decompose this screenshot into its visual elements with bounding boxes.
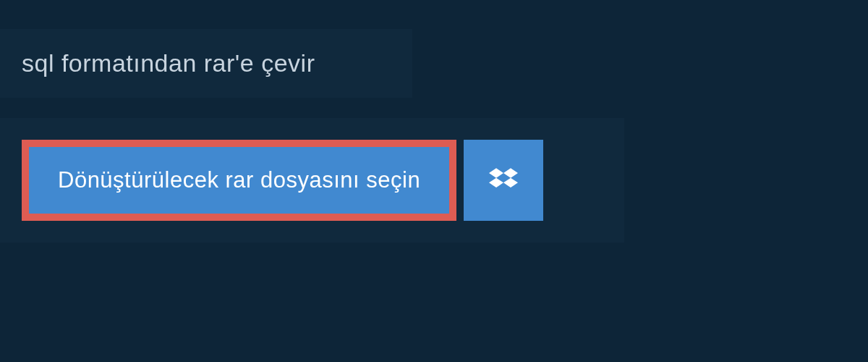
upload-section: Dönüştürülecek rar dosyasını seçin (0, 118, 624, 243)
select-file-label: Dönüştürülecek rar dosyasını seçin (58, 167, 420, 193)
page-title: sql formatından rar'e çevir (22, 49, 391, 77)
select-file-button[interactable]: Dönüştürülecek rar dosyasını seçin (22, 140, 456, 221)
dropbox-button[interactable] (464, 140, 543, 221)
dropbox-icon (489, 166, 518, 195)
header-bar: sql formatından rar'e çevir (0, 29, 412, 98)
